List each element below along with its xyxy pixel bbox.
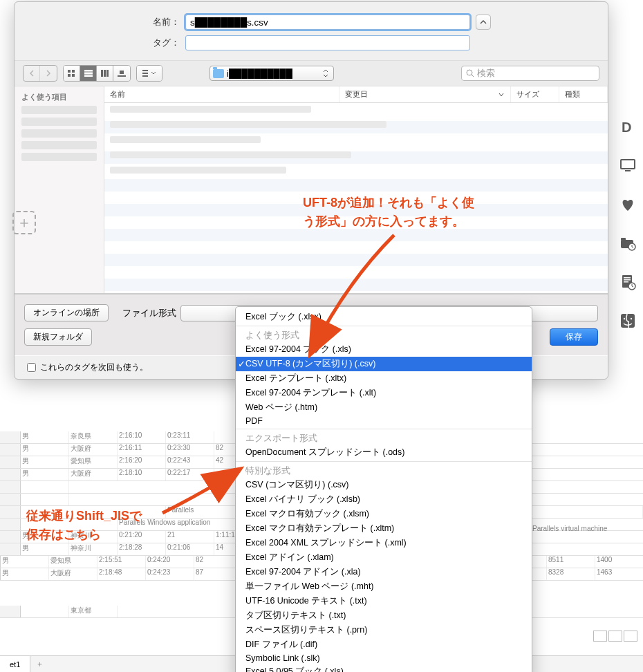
svg-rect-21 [621,238,626,241]
format-item[interactable]: 単一ファイル Web ページ (.mht) [236,579,532,594]
chevron-up-icon [480,19,487,26]
sidebar: よく使う項目 [15,86,104,293]
view-normal-icon [593,631,607,642]
sort-desc-icon [498,92,505,97]
view-icon-button[interactable] [64,66,80,81]
svg-rect-10 [120,71,124,74]
svg-rect-4 [84,70,93,71]
svg-rect-8 [104,70,106,77]
file-format-dropdown[interactable]: Excel ブック (.xlsx) よく使う形式 Excel 97-2004 ブ… [235,306,532,672]
online-locations-button[interactable]: オンラインの場所 [24,304,109,321]
folder-clock-icon[interactable] [618,234,637,253]
page-clock-icon[interactable] [618,272,637,292]
svg-rect-25 [624,279,631,281]
format-group-header: よく使う形式 [236,328,532,342]
svg-rect-5 [84,73,93,74]
svg-rect-1 [72,70,75,73]
format-item[interactable]: Symbolic Link (.slk) [236,652,532,664]
format-group-header: エクスポート形式 [236,431,532,445]
svg-point-29 [624,318,625,319]
svg-rect-14 [142,75,148,77]
filename-input[interactable] [185,15,470,30]
format-item[interactable]: UTF-16 Unicode テキスト (.txt) [236,594,532,608]
format-item[interactable]: Excel テンプレート (.xltx) [236,371,532,386]
save-button[interactable]: 保存 [550,328,598,346]
svg-rect-0 [68,70,71,73]
sheet-view-buttons[interactable] [593,631,637,642]
svg-rect-12 [142,70,148,71]
finder-icon[interactable] [618,311,637,330]
search-input[interactable]: 検索 [461,66,599,81]
svg-rect-18 [621,160,635,169]
svg-rect-3 [72,74,75,77]
name-label: 名前： [131,16,180,28]
svg-rect-24 [624,277,631,279]
sidebar-favorites-header: よく使う項目 [21,92,97,102]
format-item[interactable]: スペース区切りテキスト (.prn) [236,623,532,637]
view-list-button[interactable] [80,66,97,81]
view-column-button[interactable] [97,66,113,81]
tag-label: タグ： [131,37,180,49]
nav-back-forward [23,65,57,82]
svg-rect-26 [624,281,628,283]
col-date: 変更日 [339,86,511,102]
add-sheet-button[interactable]: ＋ [30,659,48,669]
format-item[interactable]: CSV (コンマ区切り) (.csv) [236,478,532,492]
search-icon [466,69,474,77]
format-item[interactable]: Excel マクロ有効ブック (.xlsm) [236,507,532,521]
format-item[interactable]: OpenDocument スプレッドシート (.ods) [236,445,532,460]
format-group-header: 特別な形式 [236,463,532,478]
browser-toolbar: i██████████ 検索 [15,60,608,86]
svg-point-15 [467,70,472,75]
new-folder-button[interactable]: 新規フォルダ [24,328,92,346]
chevrons-icon [322,69,329,77]
format-item[interactable]: Excel アドイン (.xlam) [236,550,532,565]
tag-input[interactable] [185,35,470,50]
svg-rect-19 [625,170,631,171]
nav-forward-button[interactable] [40,66,57,81]
format-item[interactable]: Excel バイナリ ブック (.xlsb) [236,492,532,507]
right-rail: D [614,118,642,330]
col-size: サイズ [511,86,559,102]
svg-rect-9 [106,70,109,77]
bold-d-icon[interactable]: D [618,118,637,137]
insert-cell-marker[interactable]: ＋ [12,211,36,234]
format-item[interactable]: Excel 97-2004 ブック (.xls) [236,342,532,357]
svg-rect-7 [101,70,103,77]
group-by-select[interactable] [136,65,162,82]
format-item[interactable]: Excel 5.0/95 ブック (.xls) [236,664,532,672]
bg-parallels-vm: Parallels virtual machine [532,525,607,532]
svg-rect-11 [118,75,126,77]
format-item[interactable]: Excel マクロ有効テンプレート (.xltm) [236,521,532,536]
location-select[interactable]: i██████████ [209,66,334,81]
view-break-icon [624,631,637,642]
heart-icon[interactable] [618,195,637,214]
reuse-tags-checkbox[interactable] [27,363,36,372]
file-list[interactable] [104,103,608,293]
svg-rect-2 [68,74,71,77]
svg-point-30 [631,318,632,319]
view-coverflow-button[interactable] [113,66,130,81]
folder-icon [213,69,224,78]
svg-text:D: D [622,120,631,135]
format-item[interactable]: PDF [236,415,532,427]
view-mode-group [63,65,131,82]
format-item-selected[interactable]: CSV UTF-8 (カンマ区切り) (.csv) [236,357,532,371]
svg-rect-6 [84,75,93,77]
col-name: 名前 [104,86,339,102]
monitor-icon[interactable] [618,156,637,176]
format-item[interactable]: Web ページ (.htm) [236,400,532,415]
format-item[interactable]: DIF ファイル (.dif) [236,637,532,652]
nav-back-button[interactable] [24,66,40,81]
format-item[interactable]: Excel ブック (.xlsx) [236,310,532,324]
location-text: i██████████ [227,68,319,79]
sheet-tab[interactable]: et1 [0,656,30,672]
format-item[interactable]: Excel 97-2004 テンプレート (.xlt) [236,386,532,400]
file-list-headers[interactable]: 名前 変更日 サイズ 種類 [104,86,608,103]
format-item[interactable]: Excel 97-2004 アドイン (.xla) [236,565,532,579]
format-item[interactable]: Excel 2004 XML スプレッドシート (.xml) [236,536,532,550]
format-item[interactable]: タブ区切りテキスト (.txt) [236,608,532,623]
svg-line-16 [472,75,474,77]
view-layout-icon [608,631,622,642]
expand-browser-button[interactable] [476,15,491,30]
